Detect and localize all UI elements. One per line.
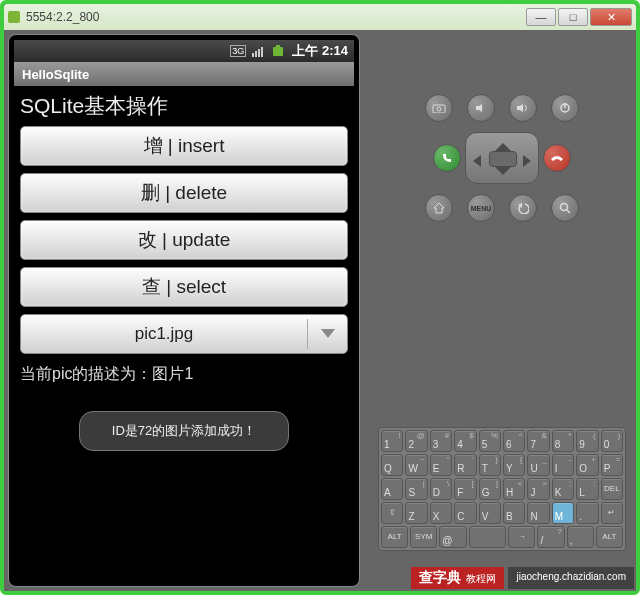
window-title: 5554:2.2_800 xyxy=(26,10,526,24)
key-8[interactable]: 8* xyxy=(552,430,574,452)
dpad-center[interactable] xyxy=(489,151,517,167)
key-3[interactable]: 3# xyxy=(430,430,452,452)
svg-point-19 xyxy=(561,204,568,211)
volume-up-button[interactable] xyxy=(509,94,537,122)
volume-down-button[interactable] xyxy=(467,94,495,122)
key-→[interactable]: → xyxy=(508,526,535,548)
key-k[interactable]: K; xyxy=(552,478,574,500)
insert-button[interactable]: 增 | insert xyxy=(20,126,348,166)
key-n[interactable]: N xyxy=(527,502,549,524)
key-9[interactable]: 9( xyxy=(576,430,598,452)
status-time: 上午 2:14 xyxy=(292,42,348,60)
key-m[interactable]: M xyxy=(552,502,574,524)
page-title: SQLite基本操作 xyxy=(20,92,348,120)
key-l[interactable]: L: xyxy=(576,478,598,500)
svg-point-8 xyxy=(437,107,441,111)
emulator-window: 5554:2.2_800 — □ ✕ 3G 上午 2:14 xyxy=(0,0,640,595)
key-q[interactable]: Q xyxy=(381,454,403,476)
key-2[interactable]: 2@ xyxy=(405,430,427,452)
network-3g-icon: 3G xyxy=(230,45,246,57)
key-d[interactable]: D\ xyxy=(430,478,452,500)
hardware-keyboard: 1!2@3#4$5%6^7&8*9(0)QW~E"R'T}Y{U_I-O+P=A… xyxy=(378,427,626,551)
key-4[interactable]: 4$ xyxy=(454,430,476,452)
key-s[interactable]: S| xyxy=(405,478,427,500)
key-y[interactable]: Y{ xyxy=(503,454,525,476)
key-del[interactable]: DEL xyxy=(601,478,623,500)
key-b[interactable]: B xyxy=(503,502,525,524)
app-title: HelloSqlite xyxy=(22,67,89,82)
key-5[interactable]: 5% xyxy=(479,430,501,452)
search-button[interactable] xyxy=(551,194,579,222)
key-/[interactable]: /? xyxy=(537,526,564,548)
key-a[interactable]: A xyxy=(381,478,403,500)
key-r[interactable]: R' xyxy=(454,454,476,476)
update-button[interactable]: 改 | update xyxy=(20,220,348,260)
end-call-button[interactable] xyxy=(543,144,571,172)
key-f[interactable]: F[ xyxy=(454,478,476,500)
power-button[interactable] xyxy=(551,94,579,122)
camera-button[interactable] xyxy=(425,94,453,122)
key-z[interactable]: Z xyxy=(405,502,427,524)
delete-button[interactable]: 删 | delete xyxy=(20,173,348,213)
select-button[interactable]: 查 | select xyxy=(20,267,348,307)
android-icon xyxy=(8,11,20,23)
back-button[interactable] xyxy=(509,194,537,222)
key-1[interactable]: 1! xyxy=(381,430,403,452)
svg-rect-3 xyxy=(261,47,263,57)
home-button[interactable] xyxy=(425,194,453,222)
menu-button[interactable]: MENU xyxy=(467,194,495,222)
key-0[interactable]: 0) xyxy=(601,430,623,452)
key-g[interactable]: G] xyxy=(479,478,501,500)
dpad xyxy=(465,132,539,184)
svg-marker-10 xyxy=(517,104,523,112)
key-w[interactable]: W~ xyxy=(405,454,427,476)
time-value: 2:14 xyxy=(322,43,348,58)
svg-marker-13 xyxy=(495,143,511,151)
svg-rect-1 xyxy=(255,51,257,57)
svg-marker-9 xyxy=(476,104,482,112)
key-6[interactable]: 6^ xyxy=(503,430,525,452)
svg-marker-14 xyxy=(495,167,511,175)
svg-rect-7 xyxy=(433,105,445,113)
titlebar: 5554:2.2_800 — □ ✕ xyxy=(4,4,636,30)
maximize-button[interactable]: □ xyxy=(558,8,588,26)
key-⇧[interactable]: ⇧ xyxy=(381,502,403,524)
key-p[interactable]: P= xyxy=(601,454,623,476)
content-area: 3G 上午 2:14 HelloSqlite SQLite基本操作 增 | in… xyxy=(4,30,636,591)
key-u[interactable]: U_ xyxy=(527,454,549,476)
key-e[interactable]: E" xyxy=(430,454,452,476)
watermark-url: jiaocheng.chazidian.com xyxy=(508,567,634,589)
key-sym[interactable]: SYM xyxy=(410,526,437,548)
battery-icon xyxy=(272,45,286,57)
key-.[interactable]: . xyxy=(576,502,598,524)
chevron-down-icon xyxy=(307,319,347,349)
key-c[interactable]: C xyxy=(454,502,476,524)
toast-message: ID是72的图片添加成功！ xyxy=(79,411,289,451)
key-o[interactable]: O+ xyxy=(576,454,598,476)
key-alt[interactable]: ALT xyxy=(596,526,623,548)
key-space[interactable] xyxy=(469,526,507,548)
key-,[interactable]: , xyxy=(567,526,594,548)
key-@[interactable]: @ xyxy=(439,526,466,548)
key-t[interactable]: T} xyxy=(479,454,501,476)
call-button[interactable] xyxy=(433,144,461,172)
key-h[interactable]: H< xyxy=(503,478,525,500)
minimize-button[interactable]: — xyxy=(526,8,556,26)
description-text: 当前pic的描述为：图片1 xyxy=(20,364,348,385)
spinner-value: pic1.jpg xyxy=(21,324,307,344)
time-prefix: 上午 xyxy=(292,43,318,58)
close-button[interactable]: ✕ xyxy=(590,8,632,26)
dpad-left[interactable] xyxy=(473,153,481,171)
pic-spinner[interactable]: pic1.jpg xyxy=(20,314,348,354)
key-j[interactable]: J> xyxy=(527,478,549,500)
svg-line-20 xyxy=(567,210,570,213)
key-alt[interactable]: ALT xyxy=(381,526,408,548)
key-↵[interactable]: ↵ xyxy=(601,502,623,524)
key-v[interactable]: V xyxy=(479,502,501,524)
key-7[interactable]: 7& xyxy=(527,430,549,452)
key-i[interactable]: I- xyxy=(552,454,574,476)
key-x[interactable]: X xyxy=(430,502,452,524)
dpad-right[interactable] xyxy=(523,153,531,171)
status-bar: 3G 上午 2:14 xyxy=(14,40,354,62)
app-title-bar: HelloSqlite xyxy=(14,62,354,86)
